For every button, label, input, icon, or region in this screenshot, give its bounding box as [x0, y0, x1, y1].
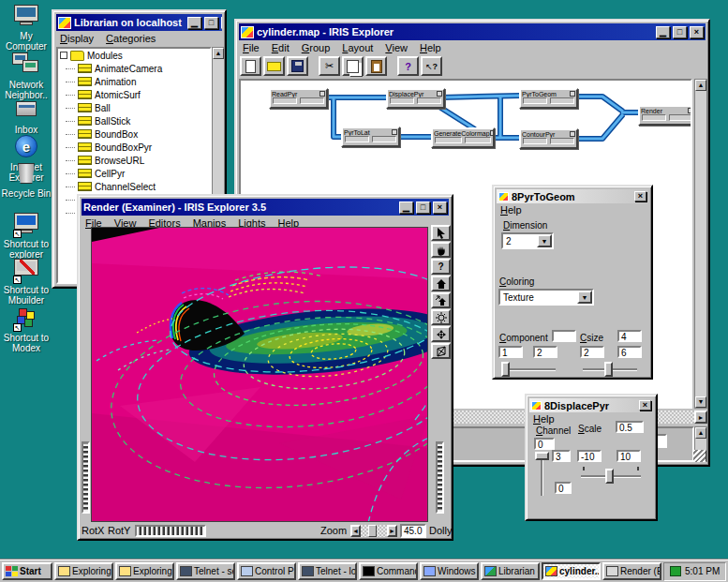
task-render[interactable]: Render (E.. [602, 562, 661, 580]
module-slot[interactable] [417, 97, 441, 104]
pyrtogeom-titlebar[interactable]: 8PyrToGeom × [497, 189, 648, 203]
slider-handle[interactable] [501, 362, 510, 377]
zoom-thumb[interactable] [368, 525, 377, 537]
csize-min-field[interactable]: 2 [580, 346, 604, 358]
scroll-up-icon[interactable]: ▲ [213, 48, 224, 59]
module-button[interactable] [392, 129, 397, 135]
component-value-field[interactable] [552, 330, 576, 342]
tree-item[interactable]: CellPyr [58, 167, 210, 180]
tree-item[interactable]: BallStick [58, 114, 210, 127]
minimize-button[interactable]: ▁ [187, 17, 201, 29]
module-button[interactable] [437, 91, 442, 97]
resize-grip[interactable] [693, 450, 706, 462]
dolly-thumbwheel[interactable] [436, 441, 444, 514]
module-slot[interactable] [435, 137, 462, 143]
scale-max-field[interactable]: 10 [617, 450, 641, 462]
slider-handle[interactable] [604, 362, 613, 377]
checkbox[interactable] [60, 52, 67, 59]
desktop-icon-my-computer[interactable]: My Computer [1, 4, 52, 52]
module-button[interactable] [490, 130, 493, 136]
zoom-value-field[interactable]: 45.0 [400, 524, 426, 538]
scroll-up-icon[interactable]: ▲ [695, 427, 706, 439]
desktop-icon-shortcut-mbuilder[interactable]: ↖ Shortcut to Mbuilder [1, 258, 52, 306]
module-pyrtolat[interactable]: PyrToLat [341, 127, 400, 147]
slider-handle[interactable] [535, 452, 549, 460]
context-help-button[interactable]: ↖? [421, 56, 442, 76]
menu-view[interactable]: View [385, 42, 408, 53]
cut-button[interactable]: ✂ [319, 56, 340, 76]
desktop-icon-recycle-bin[interactable]: Recycle Bin [1, 161, 52, 199]
module-slot[interactable] [345, 136, 369, 142]
task-control-panel[interactable]: Control Pa.. [237, 562, 296, 580]
tray-display-icon[interactable] [670, 566, 681, 576]
module-pyrtogeom[interactable]: PyrToGeom [519, 88, 578, 109]
task-cylinder-map[interactable]: cylinder... [542, 562, 601, 580]
maximize-button[interactable]: □ [673, 26, 687, 38]
displacepyr-titlebar[interactable]: 8DisplacePyr × [529, 398, 653, 412]
module-displacepyr[interactable]: DisplacePyr [386, 88, 445, 109]
zoom-right-icon[interactable]: ► [387, 525, 397, 537]
tree-item[interactable]: BoundBox [58, 127, 210, 141]
paste-button[interactable] [365, 56, 387, 76]
module-slot[interactable] [300, 97, 324, 104]
librarian-titlebar[interactable]: Librarian on localhost ▁ □ × [56, 14, 222, 31]
close-button[interactable]: × [634, 191, 646, 201]
slider-handle[interactable] [605, 469, 614, 484]
menu-categories[interactable]: Categories [106, 33, 156, 44]
minimize-button[interactable]: ▁ [399, 201, 413, 214]
system-tray[interactable]: 5:01 PM [663, 562, 726, 581]
map-vscrollbar[interactable]: ▲ ▼ [694, 79, 707, 409]
pick-arrow-button[interactable] [431, 225, 451, 241]
desktop-icon-shortcut-explorer[interactable]: ↖ Shortcut to explorer [1, 212, 52, 260]
tree-item[interactable]: BoundBoxPyr [58, 141, 210, 154]
map-titlebar[interactable]: cylinder.map - IRIS Explorer ▁ □ × [239, 23, 706, 40]
chevron-down-icon[interactable]: ▼ [577, 291, 592, 304]
save-button[interactable] [287, 56, 308, 76]
menu-display[interactable]: Display [60, 33, 94, 44]
copy-button[interactable] [342, 56, 364, 76]
menu-layout[interactable]: Layout [342, 42, 373, 53]
minimize-button[interactable]: ▁ [656, 26, 670, 38]
desktop-icon-network-neighborhood[interactable]: Network Neighbor.. [1, 52, 52, 100]
module-button[interactable] [319, 91, 325, 97]
task-command[interactable]: Command .. [359, 562, 418, 580]
close-button[interactable]: × [690, 26, 704, 38]
menu-edit[interactable]: Edit [272, 42, 290, 53]
module-button[interactable] [570, 91, 575, 97]
desktop-icon-inbox[interactable]: Inbox [1, 97, 52, 135]
help-button[interactable]: ? [397, 56, 419, 76]
tree-item[interactable]: AtomicSurf [58, 88, 210, 101]
menu-help[interactable]: Help [420, 42, 441, 53]
close-button[interactable]: × [433, 201, 447, 214]
coloring-dropdown[interactable]: Texture▼ [498, 289, 594, 306]
menu-help[interactable]: Help [533, 413, 555, 425]
task-windows[interactable]: Windows .. [420, 562, 479, 580]
channel-value-field[interactable]: 0 [534, 438, 555, 450]
scale-value-field[interactable]: 0.5 [616, 421, 644, 433]
module-slot[interactable] [390, 97, 414, 104]
maximize-button[interactable]: □ [416, 201, 430, 214]
task-librarian[interactable]: Librarian o... [481, 562, 540, 580]
scroll-right-icon[interactable]: ► [694, 410, 707, 424]
module-slot[interactable] [523, 138, 547, 144]
tree-item[interactable]: Ball [58, 101, 210, 114]
channel-min-field[interactable]: 0 [555, 482, 572, 494]
desktop-icon-shortcut-modex[interactable]: ↖ Shortcut to Modex [1, 306, 52, 353]
new-button[interactable] [240, 56, 261, 76]
module-slot[interactable] [372, 136, 396, 142]
tree-item[interactable]: ChannelSelect [58, 180, 210, 193]
tree-root[interactable]: Modules [58, 49, 210, 62]
roty-thumbwheel[interactable] [135, 525, 206, 537]
module-slot[interactable] [523, 97, 547, 104]
close-button[interactable]: × [639, 400, 651, 410]
menu-file[interactable]: File [243, 42, 260, 53]
module-slot[interactable] [465, 137, 492, 143]
view-hand-button[interactable] [431, 242, 451, 258]
start-button[interactable]: Start [2, 562, 52, 580]
render-titlebar[interactable]: Render (Examiner) - IRIS Explorer 3.5 ▁ … [82, 199, 449, 216]
open-button[interactable] [263, 56, 285, 76]
module-slot[interactable] [642, 114, 666, 121]
zoom-left-icon[interactable]: ◄ [350, 525, 361, 537]
component-max-field[interactable]: 2 [533, 346, 557, 358]
module-slot[interactable] [273, 97, 297, 104]
